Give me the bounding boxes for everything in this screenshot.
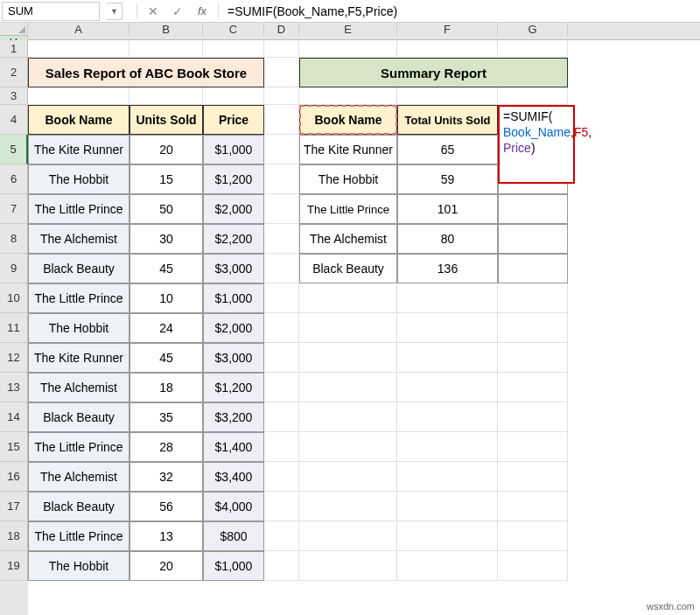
row-header-15[interactable]: 15 (0, 432, 28, 462)
cell-H19[interactable] (498, 551, 568, 581)
cell-C17[interactable]: 56 (130, 492, 203, 521)
col-header-B[interactable]: B (130, 23, 203, 36)
cell-F5[interactable]: The Kite Runner (299, 135, 397, 164)
row-header-12[interactable]: 12 (0, 343, 28, 373)
cell-E19[interactable] (264, 551, 299, 581)
hdr-price[interactable]: Price (203, 105, 264, 135)
cell-B9[interactable]: Black Beauty (28, 254, 130, 283)
col-header-C[interactable]: C (203, 23, 264, 36)
cell-H10[interactable] (498, 283, 568, 313)
row-header-13[interactable]: 13 (0, 373, 28, 402)
cell-C1[interactable] (130, 40, 203, 58)
cell-B7[interactable]: The Little Prince (28, 194, 130, 224)
cell-F11[interactable] (299, 313, 397, 343)
cell-B11[interactable]: The Hobbit (28, 313, 130, 343)
hdr-stotal[interactable]: Total Units Sold (397, 105, 498, 135)
cell-B3[interactable] (28, 87, 130, 105)
cell-E10[interactable] (264, 283, 299, 313)
cell-F3[interactable] (299, 87, 397, 105)
col-header-G[interactable]: G (498, 23, 568, 36)
cell-H9[interactable] (498, 254, 568, 283)
row-header-5[interactable]: 5 (0, 135, 28, 164)
cell-E3[interactable] (264, 87, 299, 105)
cell-G12[interactable] (397, 343, 498, 373)
cell-D9[interactable]: $3,000 (203, 254, 264, 283)
cell-B12[interactable]: The Kite Runner (28, 343, 130, 373)
cell-E12[interactable] (264, 343, 299, 373)
cell-H11[interactable] (498, 313, 568, 343)
cell-E14[interactable] (264, 402, 299, 432)
cell-C10[interactable]: 10 (130, 283, 203, 313)
cell-D16[interactable]: $3,400 (203, 462, 264, 492)
cell-H14[interactable] (498, 402, 568, 432)
hdr-book[interactable]: Book Name (28, 105, 130, 135)
cell-G16[interactable] (397, 462, 498, 492)
cell-D11[interactable]: $2,000 (203, 313, 264, 343)
accept-formula-button[interactable]: ✓ (168, 2, 187, 21)
cell-G5[interactable]: 65 (397, 135, 498, 164)
cell-F19[interactable] (299, 551, 397, 581)
col-header-D[interactable]: D (264, 23, 299, 36)
col-header-F[interactable]: F (397, 23, 498, 36)
row-header-11[interactable]: 11 (0, 313, 28, 343)
row-header-19[interactable]: 19 (0, 551, 28, 581)
cell-F18[interactable] (299, 521, 397, 551)
cell-D8[interactable]: $2,200 (203, 224, 264, 254)
cell-C7[interactable]: 50 (130, 194, 203, 224)
cell-E17[interactable] (264, 492, 299, 521)
cell-C14[interactable]: 35 (130, 402, 203, 432)
cell-E15[interactable] (264, 432, 299, 462)
cell-D1[interactable] (203, 40, 264, 58)
cell-F1[interactable] (299, 40, 397, 58)
row-header-3[interactable]: 3 (0, 87, 28, 105)
cell-C12[interactable]: 45 (130, 343, 203, 373)
summary-title[interactable]: Summary Report (299, 58, 568, 87)
cell-C8[interactable]: 30 (130, 224, 203, 254)
row-header-8[interactable]: 8 (0, 224, 28, 254)
cell-C19[interactable]: 20 (130, 551, 203, 581)
cell-B10[interactable]: The Little Prince (28, 283, 130, 313)
cell-G18[interactable] (397, 521, 498, 551)
cell-F10[interactable] (299, 283, 397, 313)
hdr-sbook[interactable]: Book Name (299, 105, 397, 135)
cell-G1[interactable] (397, 40, 498, 58)
cell-D12[interactable]: $3,000 (203, 343, 264, 373)
cell-D5[interactable]: $1,000 (203, 135, 264, 164)
row-header-9[interactable]: 9 (0, 254, 28, 283)
cell-G17[interactable] (397, 492, 498, 521)
cell-F15[interactable] (299, 432, 397, 462)
row-header-4[interactable]: 4 (0, 105, 28, 135)
cell-E11[interactable] (264, 313, 299, 343)
cell-B15[interactable]: The Little Prince (28, 432, 130, 462)
cell-H18[interactable] (498, 521, 568, 551)
cell-G13[interactable] (397, 373, 498, 402)
cell-B8[interactable]: The Alchemist (28, 224, 130, 254)
cell-B14[interactable]: Black Beauty (28, 402, 130, 432)
cell-B17[interactable]: Black Beauty (28, 492, 130, 521)
cell-G15[interactable] (397, 432, 498, 462)
cell-D14[interactable]: $3,200 (203, 402, 264, 432)
cell-B6[interactable]: The Hobbit (28, 164, 130, 194)
cell-E2[interactable] (264, 58, 299, 87)
cell-C9[interactable]: 45 (130, 254, 203, 283)
cell-G6[interactable]: 59 (397, 164, 498, 194)
cell-C3[interactable] (130, 87, 203, 105)
cell-C6[interactable]: 15 (130, 164, 203, 194)
row-header-1[interactable]: 1 (0, 40, 28, 58)
cell-B16[interactable]: The Alchemist (28, 462, 130, 492)
cell-D17[interactable]: $4,000 (203, 492, 264, 521)
cell-F14[interactable] (299, 402, 397, 432)
cell-H3[interactable] (498, 87, 568, 105)
cell-H7[interactable] (498, 194, 568, 224)
cell-B18[interactable]: The Little Prince (28, 521, 130, 551)
cell-C18[interactable]: 13 (130, 521, 203, 551)
cell-H1[interactable] (498, 40, 568, 58)
cell-B19[interactable]: The Hobbit (28, 551, 130, 581)
cell-H8[interactable] (498, 224, 568, 254)
row-header-10[interactable]: 10 (0, 283, 28, 313)
cell-C5[interactable]: 20 (130, 135, 203, 164)
cell-G11[interactable] (397, 313, 498, 343)
row-header-14[interactable]: 14 (0, 402, 28, 432)
hdr-units[interactable]: Units Sold (130, 105, 203, 135)
row-header-17[interactable]: 17 (0, 492, 28, 521)
